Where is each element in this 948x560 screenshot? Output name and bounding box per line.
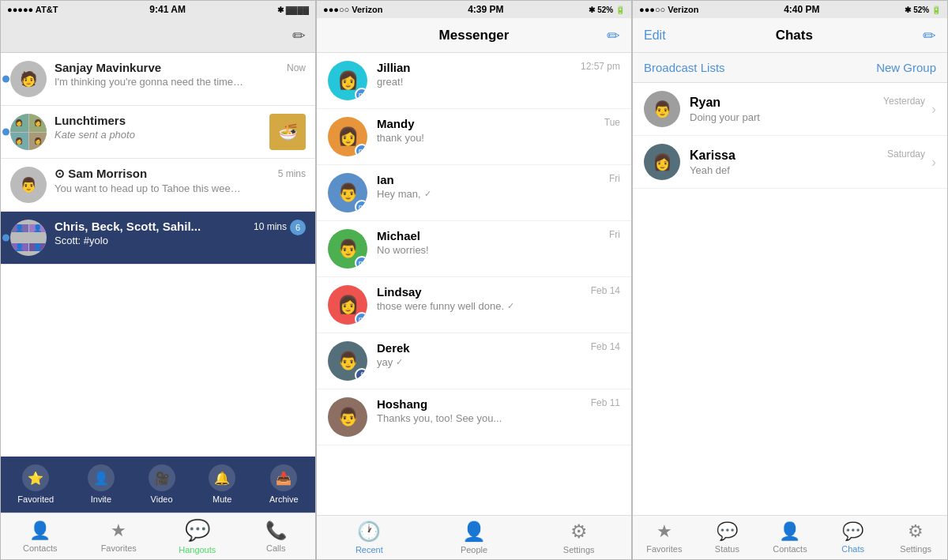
battery-p3: 52% 🔋 [913, 6, 941, 14]
tab-favorites[interactable]: ★ Favorites [80, 521, 159, 553]
chevron-right-icon: › [931, 101, 936, 118]
messenger-chat-list: 👩 m Jillian 12:57 pm great! 👩 m [317, 53, 631, 515]
mute-icon: 🔔 [209, 464, 235, 491]
context-invite[interactable]: 👤 Invite [88, 464, 115, 504]
favorited-icon: ⭐ [22, 464, 49, 491]
msg-name: Lindsay [377, 285, 422, 299]
tab-status-wa[interactable]: 💬 Status [696, 521, 759, 554]
broadcast-lists-button[interactable]: Broadcast Lists [644, 61, 725, 74]
tab-settings-msg[interactable]: ⚙ Settings [526, 521, 631, 554]
avatar: 👨 m [328, 173, 367, 212]
list-item[interactable]: 👨 ⊙ Sam Morrison 5 mins You want to head… [1, 159, 315, 212]
list-item[interactable]: 🧑 Sanjay Mavinkurve Now I'm thinking you… [1, 53, 315, 106]
avatar: 👩 [644, 144, 680, 180]
msg-preview: those were funny well done. ✓ [377, 300, 620, 312]
avatar: 👩 m [328, 285, 367, 325]
list-item[interactable]: 👤 👤 👤 👤 Chris, Beck, Scott, Sahil... 10 … [1, 212, 315, 265]
wa-name: Ryan [690, 96, 720, 110]
chat-preview: You want to head up to Tahoe this weeken… [55, 182, 244, 194]
carrier-p3: ●●●○○ Verizon [639, 5, 698, 14]
tab-contacts-wa[interactable]: 👤 Contacts [758, 521, 822, 554]
context-label: Favorited [17, 494, 54, 504]
unread-badge: 6 [290, 220, 306, 235]
avatar: 👨 [328, 397, 367, 437]
contacts-icon: 👤 [29, 521, 51, 541]
calls-icon: 📞 [265, 521, 287, 541]
msg-time: Feb 14 [591, 285, 620, 299]
list-item[interactable]: 👩 m Mandy Tue thank you! [317, 109, 631, 165]
messenger-badge: m [355, 256, 367, 269]
avatar: 👩 m [328, 117, 367, 156]
msg-name: Derek [377, 341, 410, 355]
chat-info: ⊙ Sam Morrison 5 mins You want to head u… [55, 167, 306, 194]
msg-time: 12:57 pm [581, 61, 620, 74]
context-favorited[interactable]: ⭐ Favorited [17, 464, 54, 504]
tab-hangouts[interactable]: 💬 Hangouts [158, 518, 237, 554]
status-bar-p1: ●●●●● AT&T 9:41 AM ✱ ▓▓▓▓ [1, 1, 315, 18]
tab-settings-wa[interactable]: ⚙ Settings [884, 521, 947, 554]
list-item[interactable]: 👩 m Lindsay Feb 14 those were funny well… [317, 277, 631, 333]
messenger-navbar: Messenger ✏ [317, 18, 631, 53]
chat-time: Now [287, 62, 306, 73]
invite-icon: 👤 [88, 464, 115, 491]
list-item[interactable]: 👩 m Jillian 12:57 pm great! [317, 53, 631, 109]
messenger-title: Messenger [439, 28, 510, 43]
tab-label: Favorites [101, 543, 137, 553]
compose-icon-p3[interactable]: ✏ [923, 26, 936, 45]
tab-bar-hangouts: 👤 Contacts ★ Favorites 💬 Hangouts 📞 Call… [1, 513, 315, 559]
tab-favorites-wa[interactable]: ★ Favorites [633, 521, 696, 554]
avatar: 👩 👩 👩 👩 [10, 114, 47, 150]
list-item[interactable]: 👨 m Michael Fri No worries! [317, 221, 631, 277]
chevron-right-icon: › [931, 154, 936, 171]
tab-chats-wa[interactable]: 💬 Chats [822, 521, 885, 554]
list-item[interactable]: 👩 👩 👩 👩 Lunchtimers Kate sent a photo 🍜 [1, 106, 315, 159]
tab-label: Hangouts [179, 545, 216, 554]
whatsapp-navbar: Edit Chats ✏ [633, 18, 947, 53]
broadcast-bar: Broadcast Lists New Group [633, 53, 947, 83]
new-group-button[interactable]: New Group [876, 61, 936, 74]
battery-p2: 52% 🔋 [597, 6, 625, 14]
msg-preview: Hey man, ✓ [377, 188, 620, 200]
list-item[interactable]: 👨 Hoshang Feb 11 Thanks you, too! See yo… [317, 389, 631, 445]
msg-info: Ian Fri Hey man, ✓ [377, 173, 620, 200]
avatar: 👨 [10, 167, 47, 203]
msg-name: Michael [377, 229, 420, 242]
messenger-badge: m [355, 200, 367, 212]
carrier-p1: ●●●●● AT&T [7, 5, 58, 14]
list-item[interactable]: 👨 m Ian Fri Hey man, ✓ [317, 165, 631, 221]
wa-time: Saturday [887, 148, 925, 163]
context-archive[interactable]: 📥 Archive [269, 464, 299, 504]
wa-name: Karissa [690, 148, 735, 163]
context-video[interactable]: 🎥 Video [149, 464, 175, 504]
tab-label: Settings [900, 544, 931, 554]
tab-contacts[interactable]: 👤 Contacts [1, 521, 80, 553]
list-item[interactable]: 👨 Ryan Yesterday Doing your part › [633, 83, 947, 136]
avatar: 🧑 [10, 61, 47, 97]
read-check: ✓ [507, 301, 514, 311]
hangouts-panel: ●●●●● AT&T 9:41 AM ✱ ▓▓▓▓ ✏ 🧑 Sanjay Mav… [0, 0, 316, 560]
tab-calls[interactable]: 📞 Calls [237, 521, 316, 553]
tab-label: Chats [841, 544, 864, 554]
wa-preview: Yeah def [690, 164, 925, 176]
context-label: Video [151, 494, 173, 504]
compose-icon-p2[interactable]: ✏ [607, 26, 620, 45]
edit-button[interactable]: Edit [644, 28, 666, 43]
tab-people[interactable]: 👤 People [422, 521, 527, 554]
compose-icon-p1[interactable]: ✏ [292, 26, 306, 45]
list-item[interactable]: 👨 f Derek Feb 14 yay ✓ [317, 333, 631, 389]
avatar: 👨 f [328, 341, 367, 381]
tab-label: Calls [266, 543, 285, 553]
tab-recent[interactable]: 🕐 Recent [317, 521, 422, 554]
icons-p1: ✱ ▓▓▓▓ [277, 6, 309, 14]
wa-preview: Doing your part [690, 111, 925, 123]
chat-name: ⊙ Sam Morrison [55, 167, 147, 181]
list-item[interactable]: 👩 Karissa Saturday Yeah def › [633, 136, 947, 189]
photo-thumbnail: 🍜 [269, 114, 306, 150]
recent-icon: 🕐 [357, 521, 381, 543]
people-icon: 👤 [462, 521, 486, 543]
messenger-badge: m [355, 144, 367, 156]
context-mute[interactable]: 🔔 Mute [209, 464, 235, 504]
msg-preview: great! [377, 76, 620, 88]
contacts-icon: 👤 [779, 521, 800, 542]
time-p1: 9:41 AM [149, 4, 186, 15]
